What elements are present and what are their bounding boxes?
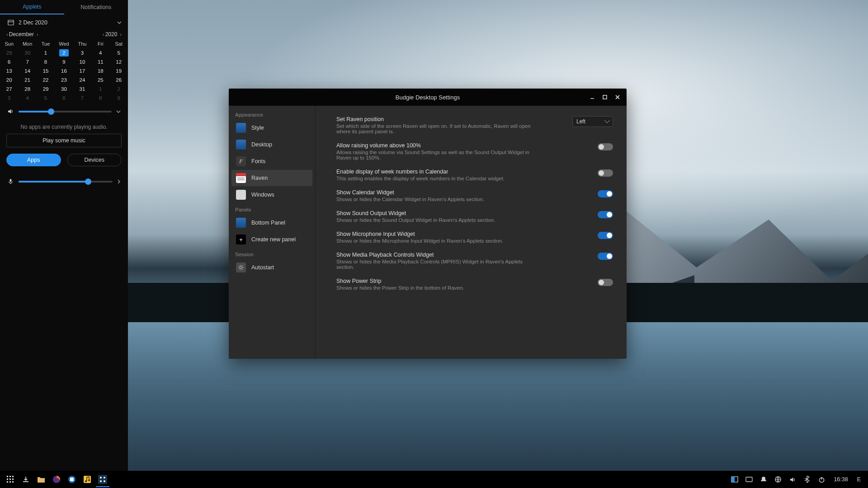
launcher-files[interactable]: [33, 472, 49, 487]
launcher-firefox[interactable]: [49, 472, 64, 487]
pill-apps[interactable]: Apps: [6, 154, 61, 166]
calendar-day[interactable]: 3: [0, 94, 18, 103]
notifications-indicator[interactable]: [759, 472, 769, 487]
calendar-day[interactable]: 23: [55, 75, 73, 84]
setting-subtitle: Shows or hides the Media Playback Contro…: [336, 259, 531, 270]
volume-slider[interactable]: [19, 111, 112, 113]
mic-expand-icon[interactable]: [117, 179, 121, 184]
year-prev-button[interactable]: ‹: [102, 32, 105, 37]
launcher-apps-menu[interactable]: [3, 472, 18, 487]
launcher-downloads[interactable]: [18, 472, 33, 487]
sidebar-item-desktop[interactable]: Desktop: [231, 136, 312, 153]
pill-devices[interactable]: Devices: [67, 154, 122, 166]
window-titlebar[interactable]: Budgie Desktop Settings: [229, 89, 627, 106]
calendar-day[interactable]: 6: [0, 57, 18, 66]
setting-toggle-weeknum[interactable]: [598, 169, 613, 177]
calendar-day[interactable]: 8: [91, 94, 109, 103]
calendar-day[interactable]: 1: [37, 48, 55, 57]
taskbar-end-button[interactable]: E: [855, 476, 863, 483]
calendar-day[interactable]: 31: [73, 84, 91, 94]
sidebar-item-create-panel[interactable]: +Create new panel: [231, 231, 312, 248]
tab-applets[interactable]: Applets: [0, 0, 64, 14]
calendar-day[interactable]: 14: [18, 66, 36, 75]
window-minimize-button[interactable]: [587, 92, 598, 103]
network-indicator[interactable]: [773, 472, 783, 487]
taskbar-clock[interactable]: 16:38: [831, 476, 850, 483]
calendar-day[interactable]: 19: [110, 66, 128, 75]
calendar-day[interactable]: 4: [18, 94, 36, 103]
calendar-day[interactable]: 8: [37, 57, 55, 66]
calendar-day[interactable]: 4: [91, 48, 109, 57]
calendar-day[interactable]: 28: [18, 84, 36, 94]
calendar-day[interactable]: 16: [55, 66, 73, 75]
sidebar-item-fonts[interactable]: FFonts: [231, 153, 312, 169]
calendar-day[interactable]: 6: [55, 94, 73, 103]
svg-rect-8: [12, 476, 14, 477]
play-music-button[interactable]: Play some music: [6, 134, 122, 147]
calendar-day[interactable]: 30: [55, 84, 73, 94]
calendar-day[interactable]: 3: [73, 48, 91, 57]
svg-rect-17: [70, 478, 74, 481]
calendar-day[interactable]: 30: [18, 48, 36, 57]
calendar-day[interactable]: 1: [91, 84, 109, 94]
calendar-day[interactable]: 9: [55, 57, 73, 66]
sidebar-item-raven[interactable]: Raven: [231, 170, 312, 186]
svg-rect-14: [12, 481, 14, 483]
calendar-day[interactable]: 24: [73, 75, 91, 84]
launcher-software[interactable]: [64, 472, 80, 487]
tab-notifications[interactable]: Notifications: [64, 0, 128, 14]
calendar-day[interactable]: 22: [37, 75, 55, 84]
setting-toggle-powerstrip[interactable]: [598, 279, 613, 286]
calendar-day[interactable]: 7: [73, 94, 91, 103]
sidebar-item-autostart[interactable]: Autostart: [231, 259, 312, 276]
calendar-day[interactable]: 15: [37, 66, 55, 75]
calendar-day[interactable]: 2: [55, 48, 73, 57]
svg-rect-21: [98, 475, 107, 484]
sidebar-item-windows[interactable]: Windows: [231, 187, 312, 203]
setting-toggle-calwidget[interactable]: [598, 190, 613, 197]
calendar-day[interactable]: 27: [0, 84, 18, 94]
setting-toggle-sndout[interactable]: [598, 211, 613, 218]
calendar-day[interactable]: 10: [73, 57, 91, 66]
calendar-day[interactable]: 29: [0, 48, 18, 57]
month-next-button[interactable]: ›: [36, 32, 39, 37]
calendar-day[interactable]: 13: [0, 66, 18, 75]
calendar-day[interactable]: 26: [110, 75, 128, 84]
calendar-day[interactable]: 5: [110, 48, 128, 57]
calendar-day[interactable]: 25: [91, 75, 109, 84]
setting-toggle-micin[interactable]: [598, 232, 613, 239]
calendar-day[interactable]: 9: [110, 94, 128, 103]
setting-toggle-mpris[interactable]: [598, 253, 613, 260]
calendar-date-row[interactable]: 2 Dec 2020: [0, 14, 128, 30]
calendar-day[interactable]: 29: [37, 84, 55, 94]
calendar-day[interactable]: 7: [18, 57, 36, 66]
power-indicator[interactable]: [816, 472, 826, 487]
setting-combo-position[interactable]: Left: [572, 116, 613, 127]
window-close-button[interactable]: [612, 92, 623, 103]
calendar-day[interactable]: 5: [37, 94, 55, 103]
calendar-day[interactable]: 20: [0, 75, 18, 84]
setting-title: Show Power Strip: [336, 278, 587, 284]
mic-slider[interactable]: [19, 181, 113, 183]
setting-toggle-volume150[interactable]: [598, 143, 613, 150]
year-next-button[interactable]: ›: [119, 32, 123, 37]
sidebar-item-bottom-panel[interactable]: Bottom Panel: [231, 215, 312, 231]
volume-expand-icon[interactable]: [116, 109, 121, 114]
launcher-rhythmbox[interactable]: [80, 472, 95, 487]
calendar-dow: Tue: [37, 39, 55, 48]
calendar-day[interactable]: 12: [110, 57, 128, 66]
calendar-day[interactable]: 17: [73, 66, 91, 75]
calendar-day[interactable]: 11: [91, 57, 109, 66]
calendar-day[interactable]: 21: [18, 75, 36, 84]
launcher-budgie-settings[interactable]: [95, 472, 110, 487]
sidebar-item-style[interactable]: Style: [231, 120, 312, 136]
calendar-day[interactable]: 18: [91, 66, 109, 75]
calendar-day[interactable]: 2: [110, 84, 128, 94]
workspace-indicator[interactable]: [730, 472, 740, 487]
setting-subtitle: Shows or hides the Microphone Input Widg…: [336, 238, 531, 244]
bluetooth-indicator[interactable]: [802, 472, 812, 487]
volume-indicator[interactable]: [788, 472, 797, 487]
keyboard-layout[interactable]: [744, 472, 754, 487]
window-maximize-button[interactable]: [599, 92, 610, 103]
month-prev-button[interactable]: ‹: [5, 32, 9, 37]
